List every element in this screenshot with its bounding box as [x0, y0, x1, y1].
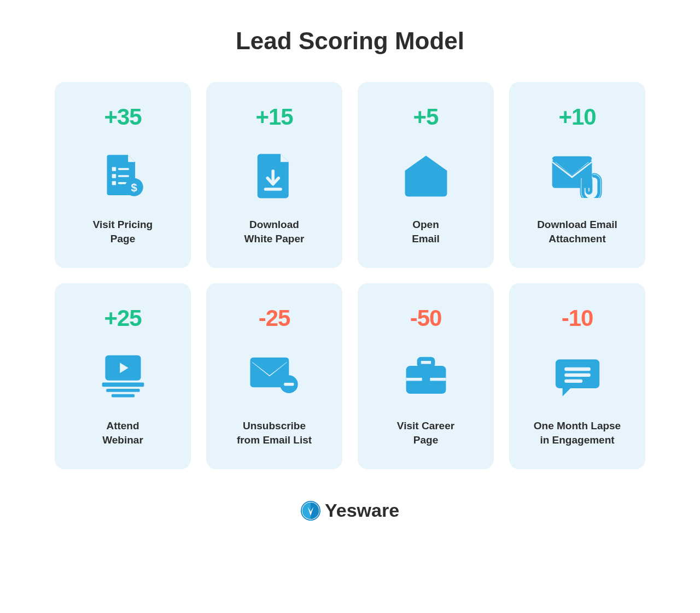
- brand-logo: Yesware: [301, 500, 399, 521]
- card-download-whitepaper: +15 Download White Paper: [206, 82, 342, 268]
- card-visit-career: -50 Visit Career Page: [358, 283, 494, 469]
- card-lapse-engagement: -10 One Month Lapse in Engagement: [509, 283, 645, 469]
- svg-rect-4: [112, 181, 115, 185]
- card-open-email: +5 Open Email: [358, 82, 494, 268]
- yesware-mark-icon: [301, 501, 320, 521]
- page-title: Lead Scoring Model: [236, 27, 464, 55]
- score-value: +25: [104, 305, 141, 331]
- card-download-attachment: +10 Download Email Attachme: [509, 82, 645, 268]
- card-attend-webinar: +25 Attend Webinar: [55, 283, 191, 469]
- card-label: Unsubscribe from Email List: [237, 419, 312, 447]
- card-label: Attend Webinar: [102, 419, 143, 447]
- score-value: -25: [259, 305, 290, 331]
- card-label: Visit Pricing Page: [93, 218, 153, 246]
- score-value: +35: [104, 104, 141, 130]
- svg-rect-18: [284, 383, 294, 386]
- svg-rect-1: [118, 168, 129, 170]
- svg-text:$: $: [131, 182, 137, 194]
- score-value: +15: [255, 104, 293, 130]
- webinar-icon: [97, 350, 149, 405]
- svg-rect-3: [118, 175, 129, 177]
- svg-rect-0: [112, 167, 115, 171]
- svg-rect-14: [102, 383, 144, 387]
- score-value: -50: [410, 305, 442, 331]
- svg-rect-25: [564, 380, 582, 383]
- svg-rect-15: [106, 389, 139, 392]
- envelope-attachment-icon: [550, 149, 605, 203]
- cards-grid: +35 $ Visit Pricing Page +15: [55, 82, 645, 469]
- svg-rect-16: [111, 394, 134, 398]
- score-value: -10: [562, 305, 593, 331]
- document-download-icon: [253, 149, 296, 203]
- brand-name: Yesware: [325, 500, 399, 521]
- briefcase-icon: [401, 350, 451, 405]
- svg-rect-24: [564, 373, 590, 377]
- card-unsubscribe: -25 Unsubscribe from Email List: [206, 283, 342, 469]
- document-dollar-icon: $: [98, 149, 148, 203]
- score-value: +5: [413, 104, 439, 130]
- card-label: Download White Paper: [244, 218, 305, 246]
- card-label: Open Email: [412, 218, 440, 246]
- chat-icon: [553, 350, 602, 405]
- svg-rect-23: [564, 367, 590, 371]
- svg-rect-2: [112, 174, 115, 178]
- score-value: +10: [558, 104, 596, 130]
- card-label: Visit Career Page: [397, 419, 454, 447]
- card-label: One Month Lapse in Engagement: [534, 419, 621, 447]
- card-visit-pricing: +35 $ Visit Pricing Page: [55, 82, 191, 268]
- envelope-minus-icon: [247, 350, 302, 405]
- card-label: Download Email Attachment: [537, 218, 617, 246]
- svg-rect-19: [419, 359, 433, 366]
- svg-rect-22: [422, 376, 430, 383]
- envelope-open-icon: [401, 149, 451, 203]
